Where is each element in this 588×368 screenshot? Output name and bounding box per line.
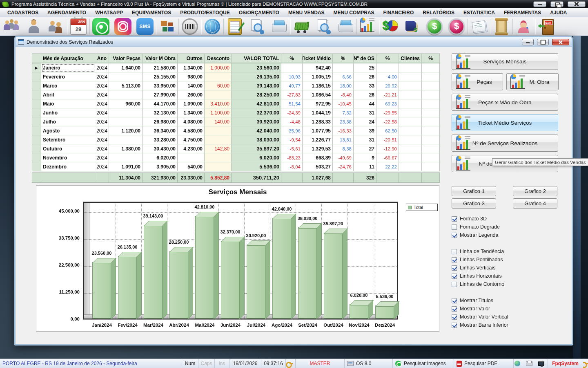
cell-ticket[interactable]: 1.288,33 (303, 117, 333, 126)
cell-mes[interactable]: Maio (41, 99, 95, 108)
table-row[interactable]: Agosto20241.120,0036.340,004.580,0042.04… (32, 126, 440, 135)
cell-sel[interactable] (32, 108, 41, 117)
cell-clientes[interactable] (399, 162, 422, 171)
checkbox-box[interactable] (452, 233, 457, 238)
header-ano[interactable]: Ano (95, 54, 109, 63)
cell-clientes[interactable] (399, 99, 422, 108)
cell-pct_total[interactable]: 10,93 (281, 72, 303, 81)
cell-outros[interactable]: 980,00 (178, 72, 205, 81)
cell-mobra[interactable]: 36.340,00 (143, 126, 178, 135)
cell-pct_total[interactable]: -24,39 (281, 108, 303, 117)
cell-pct_os[interactable]: -29,55 (376, 108, 399, 117)
menu-ajuda[interactable]: AJUDA (546, 9, 571, 16)
cell-pct_clientes[interactable] (422, 153, 440, 162)
cell-pct_ticket[interactable]: -24,76 (333, 162, 354, 171)
cell-mobra[interactable]: 26.980,00 (143, 117, 178, 126)
cell-total[interactable]: 39.143,00 (232, 81, 281, 90)
cell-os[interactable]: 26 (354, 90, 376, 99)
table-row[interactable]: Maio2024960,0044.170,001.090,003.410,004… (32, 99, 440, 108)
cell-pecas[interactable] (109, 135, 143, 144)
cell-pct_total[interactable]: -4,48 (281, 117, 303, 126)
cell-sel[interactable]: ▶ (32, 63, 41, 72)
header-mobra[interactable]: Valor M Obra (143, 54, 178, 63)
table-row[interactable]: Junho202432.130,001.340,001.100,0032.370… (32, 108, 440, 117)
cell-total[interactable]: 30.920,00 (232, 117, 281, 126)
cell-ano[interactable]: 2024 (95, 63, 109, 72)
pecas-x-mao-de-obra-button[interactable]: Peças x Mão de Obra (452, 94, 558, 111)
cell-os[interactable]: 26 (354, 72, 376, 81)
cell-outros[interactable]: 4.080,00 (178, 117, 205, 126)
cell-total[interactable]: 26.135,00 (232, 72, 281, 81)
cell-pct_os[interactable]: 26,92 (376, 81, 399, 90)
header-outros[interactable]: Outros (178, 54, 205, 63)
cell-total[interactable]: 42.810,00 (232, 99, 281, 108)
cell-pecas[interactable]: 960,00 (109, 99, 143, 108)
toolbar-agenda-button[interactable]: JAN29 (67, 17, 89, 36)
toolbar-nota-fiscal-button[interactable] (468, 17, 490, 36)
header-mes[interactable]: Mês de Apuração (41, 54, 95, 63)
table-row[interactable]: Julho202426.980,004.080,00140,0030.920,0… (32, 117, 440, 126)
cell-os[interactable]: 39 (354, 126, 376, 135)
cell-desconto[interactable]: 60,00 (205, 81, 232, 90)
table-row[interactable]: Marco20245.113,0033.950,00140,0060,0039.… (32, 81, 440, 90)
menu-cadastros[interactable]: CADASTROS (3, 9, 42, 16)
checkbox-box[interactable] (452, 314, 457, 320)
cell-sel[interactable] (32, 99, 41, 108)
cell-clientes[interactable] (399, 72, 422, 81)
checkbox-box[interactable] (452, 323, 457, 328)
cell-pct_clientes[interactable] (422, 72, 440, 81)
cell-ano[interactable]: 2024 (95, 99, 109, 108)
checkbox-linhas-verticais[interactable]: Linhas Verticais (452, 264, 559, 272)
cell-pct_ticket[interactable]: 8,38 (333, 144, 354, 153)
cell-mobra[interactable]: 6.020,00 (143, 153, 178, 162)
cell-ticket[interactable]: 942,40 (303, 63, 333, 72)
toolbar-equipamentos-button[interactable] (201, 17, 223, 36)
cell-desconto[interactable]: 1.000,00 (205, 63, 232, 72)
cell-desconto[interactable] (205, 135, 232, 144)
cell-mobra[interactable]: 33.280,00 (143, 135, 178, 144)
checkbox-mostrar-valor-vertical[interactable]: Mostrar Valor Vertical (452, 313, 559, 321)
cell-mes[interactable]: Julho (41, 117, 95, 126)
cell-outros[interactable]: 1.090,00 (178, 99, 205, 108)
cell-pecas[interactable]: 5.113,00 (109, 81, 143, 90)
toolbar-pesquisar-os-button[interactable] (246, 17, 268, 36)
toolbar-vendas-button[interactable] (290, 17, 312, 36)
cell-mes[interactable]: Setembro (41, 135, 95, 144)
toolbar-sms-button[interactable]: SMS (134, 17, 156, 36)
header-ticket[interactable]: Ticket Médio (303, 54, 333, 63)
toolbar-financeiro-button[interactable] (379, 17, 401, 36)
grafico-4-button[interactable]: Grafico 4 (513, 198, 557, 209)
checkbox-box[interactable] (452, 306, 457, 312)
cell-pct_total[interactable] (281, 63, 303, 72)
header-pct_ticket[interactable]: % (333, 54, 354, 63)
menu-ferramentas[interactable]: FERRAMENTAS (500, 9, 545, 16)
toolbar-funcionarios-button[interactable] (23, 17, 45, 36)
cell-pct_ticket[interactable]: -49,69 (333, 153, 354, 162)
cell-outros[interactable]: 260,00 (178, 90, 205, 99)
toolbar-fornecedores-button[interactable] (45, 17, 67, 36)
cell-mes[interactable]: Abril (41, 90, 95, 99)
cell-total[interactable]: 42.040,00 (232, 126, 281, 135)
checkbox-box[interactable] (452, 298, 457, 303)
cell-os[interactable]: 9 (354, 153, 376, 162)
checkbox-mostrar-barra-inferior[interactable]: Mostrar Barra Inferior (452, 321, 559, 329)
cell-total[interactable]: 38.030,00 (232, 135, 281, 144)
cell-pecas[interactable]: 1.091,00 (109, 162, 143, 171)
cell-pct_total[interactable]: -8,04 (281, 162, 303, 171)
servicos-mensais-button[interactable]: Serviços Mensais (452, 53, 558, 70)
cell-os[interactable]: 33 (354, 81, 376, 90)
cell-pecas[interactable] (109, 108, 143, 117)
cell-ano[interactable]: 2024 (95, 81, 109, 90)
cell-ano[interactable]: 2024 (95, 162, 109, 171)
cell-pecas[interactable] (109, 90, 143, 99)
cell-pct_total[interactable]: 49,77 (281, 81, 303, 90)
cell-mobra[interactable]: 30.430,00 (143, 144, 178, 153)
cell-ticket[interactable]: 1.044,19 (303, 108, 333, 117)
cell-os[interactable]: 31 (354, 108, 376, 117)
cell-pct_clientes[interactable] (422, 162, 440, 171)
toolbar-sair-button[interactable]: EXIT (535, 17, 557, 36)
grafico-2-button[interactable]: Grafico 2 (513, 186, 557, 196)
cell-ticket[interactable]: 1.329,53 (303, 144, 333, 153)
cell-ticket[interactable]: 1.226,77 (303, 135, 333, 144)
cell-pct_ticket[interactable]: 6,66 (333, 72, 354, 81)
